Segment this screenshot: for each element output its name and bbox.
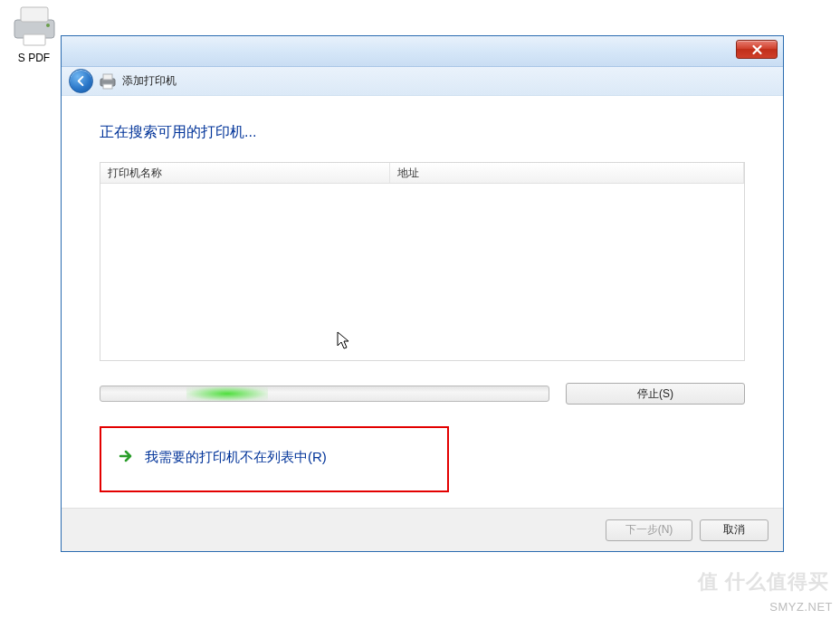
search-progress: [100, 386, 549, 402]
cancel-button[interactable]: 取消: [700, 519, 768, 541]
svg-rect-6: [103, 84, 112, 89]
progress-indicator: [186, 386, 268, 401]
next-button[interactable]: 下一步(N): [606, 519, 692, 541]
back-button[interactable]: [69, 69, 93, 93]
desktop-printer-icon[interactable]: S PDF: [0, 0, 68, 64]
dialog-title: 添加打印机: [122, 73, 177, 89]
list-header: 打印机名称 地址: [100, 163, 744, 184]
add-printer-dialog: 添加打印机 正在搜索可用的打印机... 打印机名称 地址 停止(S): [61, 35, 784, 552]
column-address[interactable]: 地址: [390, 163, 744, 183]
close-button[interactable]: [736, 40, 778, 59]
back-arrow-icon: [74, 74, 88, 88]
stop-button[interactable]: 停止(S): [566, 383, 745, 405]
printer-list[interactable]: 打印机名称 地址: [100, 162, 745, 361]
printer-icon: [99, 73, 117, 90]
desktop-icon-label: S PDF: [0, 52, 68, 64]
navbar: 添加打印机: [62, 67, 783, 96]
arrow-right-icon: [118, 448, 134, 467]
svg-rect-2: [24, 34, 45, 45]
dialog-content: 正在搜索可用的打印机... 打印机名称 地址 停止(S) 我需要的打印机不在: [62, 96, 783, 508]
printer-not-listed-link[interactable]: 我需要的打印机不在列表中(R): [118, 448, 431, 467]
page-heading: 正在搜索可用的打印机...: [100, 123, 745, 142]
highlight-annotation: 我需要的打印机不在列表中(R): [100, 426, 449, 492]
printer-icon: [7, 0, 62, 50]
svg-point-3: [46, 24, 50, 27]
close-icon: [751, 44, 763, 55]
list-body: [100, 184, 744, 360]
progress-row: 停止(S): [100, 383, 745, 405]
dialog-button-row: 下一步(N) 取消: [62, 508, 783, 551]
watermark-en: SMYZ.NET: [769, 600, 833, 614]
not-listed-label: 我需要的打印机不在列表中(R): [145, 449, 327, 466]
svg-rect-5: [103, 74, 112, 80]
watermark-cn: 值 什么值得买: [698, 568, 829, 595]
titlebar[interactable]: [62, 36, 783, 67]
column-printer-name[interactable]: 打印机名称: [100, 163, 390, 183]
svg-rect-1: [21, 7, 48, 22]
